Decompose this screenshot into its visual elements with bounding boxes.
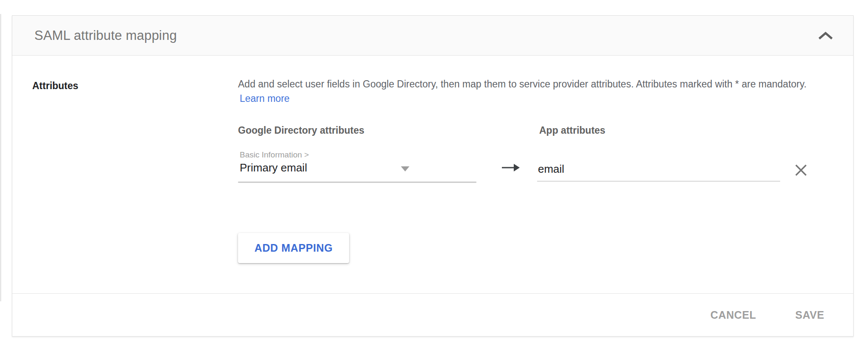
- saml-attribute-mapping-card: SAML attribute mapping Attributes Add an…: [12, 15, 854, 337]
- google-directory-attributes-header: Google Directory attributes: [238, 125, 364, 136]
- attributes-label: Attributes: [32, 80, 78, 92]
- adjacent-panel-edge: [0, 14, 1, 301]
- google-attribute-select[interactable]: Basic Information > Primary email: [238, 150, 476, 184]
- app-attribute-input[interactable]: [537, 152, 780, 182]
- card-footer: CANCEL SAVE: [12, 293, 853, 337]
- dropdown-caret-icon[interactable]: [401, 166, 409, 171]
- select-selected-value: Primary email: [240, 161, 307, 174]
- chevron-up-icon[interactable]: [817, 31, 834, 41]
- learn-more-link[interactable]: Learn more: [240, 93, 290, 104]
- app-attributes-header: App attributes: [539, 125, 605, 136]
- attributes-description: Add and select user fields in Google Dir…: [238, 77, 833, 106]
- save-button[interactable]: SAVE: [793, 305, 826, 326]
- cancel-button[interactable]: CANCEL: [709, 305, 758, 326]
- add-mapping-button[interactable]: ADD MAPPING: [238, 233, 349, 263]
- select-underline: [238, 182, 476, 182]
- card-title: SAML attribute mapping: [34, 28, 177, 43]
- remove-mapping-button[interactable]: [793, 162, 809, 178]
- card-header[interactable]: SAML attribute mapping: [12, 16, 853, 56]
- description-text: Add and select user fields in Google Dir…: [238, 79, 806, 90]
- close-x-icon: [794, 163, 808, 177]
- page-background: SAML attribute mapping Attributes Add an…: [0, 0, 868, 348]
- select-category-label: Basic Information >: [240, 150, 309, 160]
- app-attribute-field: [537, 152, 780, 182]
- maps-to-arrow-icon: [501, 162, 521, 173]
